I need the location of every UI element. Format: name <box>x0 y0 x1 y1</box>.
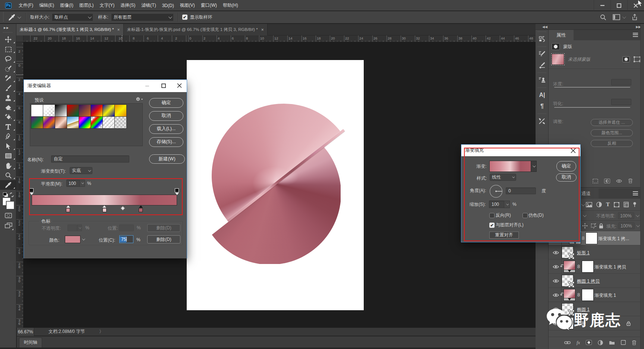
filter-shape-icon[interactable] <box>614 202 619 207</box>
filter-pin-icon[interactable] <box>633 202 637 207</box>
gradient-editor-titlebar[interactable]: 渐变编辑器 <box>24 80 187 92</box>
add-adjustment-icon[interactable] <box>598 340 603 345</box>
stop-color-swatch[interactable] <box>65 236 80 243</box>
lock-artboard-icon[interactable] <box>590 223 596 229</box>
default-colors-icon[interactable] <box>3 192 8 197</box>
vertical-ruler[interactable]: 2024681012141618202224262830323436 <box>16 42 23 328</box>
gradient-preset-orange-yellow-orange[interactable] <box>115 105 126 116</box>
tool-paint-bucket[interactable] <box>0 112 16 122</box>
maximize-button[interactable] <box>610 0 627 11</box>
layers-panel-menu-icon[interactable] <box>633 191 638 195</box>
tab-properties[interactable]: 属性 <box>549 30 574 40</box>
minimize-button[interactable] <box>594 0 610 11</box>
layer-name[interactable]: 渐变填充 1 <box>594 292 616 299</box>
tool-lasso[interactable] <box>0 54 16 64</box>
layer-mask-icon[interactable] <box>622 56 630 62</box>
add-mask-icon[interactable] <box>586 340 592 345</box>
menu-item-9[interactable]: 窗口(W) <box>198 2 220 9</box>
vector-mask-icon[interactable] <box>634 56 641 62</box>
menu-item-3[interactable]: 图层(L) <box>76 2 97 9</box>
select-and-mask-button[interactable]: 选择并遮住 ... <box>591 119 633 126</box>
close-tab-icon[interactable]: × <box>261 27 264 32</box>
menu-item-4[interactable]: 文字(Y) <box>97 2 117 9</box>
collapse-tools-icon[interactable]: ▶▶ <box>0 24 16 29</box>
invert-button[interactable]: 反相 <box>591 140 633 147</box>
search-icon[interactable] <box>600 14 606 21</box>
layer-row-1[interactable]: 矩形 1 <box>549 245 644 260</box>
menu-item-0[interactable]: 文件(F) <box>16 2 36 9</box>
layer-thumbnail[interactable] <box>564 261 575 272</box>
gradient-preset-foreground-to-background[interactable] <box>31 105 43 116</box>
dialog-close-icon[interactable] <box>172 83 187 89</box>
document-tab-2[interactable]: 未标题-1-恢复的-恢复的.psd @ 66.7% (渐变填充 1 拷贝 3, … <box>124 24 268 35</box>
swap-colors-icon[interactable] <box>9 192 14 197</box>
layer-name[interactable]: 渐变填充 1 拷贝 <box>594 264 626 270</box>
menu-item-1[interactable]: 编辑(E) <box>36 2 57 9</box>
gradient-preset-spectrum[interactable] <box>79 117 91 128</box>
lock-all-icon[interactable] <box>599 223 603 229</box>
gradient-preset-foreground-to-transparent[interactable] <box>43 105 55 116</box>
mask-visibility-eye-icon[interactable] <box>616 179 622 183</box>
gradient-preset-blue-red-yellow[interactable] <box>91 105 102 116</box>
filter-pixel-icon[interactable] <box>586 202 592 207</box>
ok-button[interactable]: 确定 <box>149 98 183 108</box>
gradient-preset-black-to-white[interactable] <box>55 105 67 116</box>
layer-mask-thumbnail[interactable] <box>586 233 597 244</box>
horizontal-ruler[interactable]: 2220181614121086420246810121416182022242… <box>23 35 536 42</box>
gradient-preset-yellow-violet-orange-blue[interactable] <box>43 117 55 128</box>
collapse-left-icon[interactable]: ◀◀ <box>542 25 547 29</box>
quick-mask-icon[interactable] <box>5 213 12 218</box>
menu-item-8[interactable]: 视图(V) <box>177 2 198 9</box>
close-tab-icon[interactable]: × <box>117 27 120 32</box>
panel-icon-character[interactable]: A| <box>536 89 549 101</box>
workspace-switcher-icon[interactable] <box>613 14 625 20</box>
layer-row-2[interactable]: 8渐变填充 1 拷贝 <box>549 260 644 274</box>
tool-type[interactable] <box>0 122 16 132</box>
stop-opacity-chevron[interactable] <box>77 224 82 231</box>
menu-item-5[interactable]: 选择(S) <box>117 2 138 9</box>
apply-mask-icon[interactable] <box>604 179 610 183</box>
tool-eraser[interactable] <box>0 103 16 112</box>
density-input[interactable] <box>611 79 631 85</box>
tool-pen[interactable] <box>0 132 16 141</box>
zoom-level-field[interactable]: 66.67% <box>17 328 34 336</box>
tool-preset-chevron-icon[interactable] <box>18 15 21 19</box>
new-group-icon[interactable] <box>609 340 615 345</box>
stop-opacity-input[interactable] <box>67 224 77 231</box>
stop-location-input[interactable] <box>119 224 134 231</box>
share-icon[interactable] <box>631 14 638 21</box>
menu-item-2[interactable]: 图像(I) <box>57 2 76 9</box>
tool-rectangle[interactable] <box>0 151 16 161</box>
feather-slider[interactable] <box>554 107 630 108</box>
filter-adjustment-icon[interactable] <box>596 202 602 207</box>
layer-mask-thumbnail[interactable] <box>582 289 593 301</box>
sample-dropdown[interactable]: 所有图层 <box>111 13 174 21</box>
density-slider[interactable] <box>554 87 630 88</box>
opacity-chevron-icon[interactable] <box>636 213 640 217</box>
panel-icon-brushes[interactable] <box>536 60 549 71</box>
gradient-preset-blue-yellow-blue[interactable] <box>103 105 114 116</box>
menu-item-7[interactable]: 3D(D) <box>159 3 177 8</box>
screen-mode-icon[interactable] <box>5 223 12 229</box>
layer-row-3[interactable]: 椭圆 1 拷贝 <box>549 274 644 288</box>
tool-eyedropper[interactable] <box>0 180 16 190</box>
gradient-type-dropdown[interactable]: 实底 <box>70 167 92 174</box>
gradient-preset-violet-to-orange[interactable] <box>79 105 91 116</box>
gradient-preset-chrome[interactable] <box>67 117 79 128</box>
background-color-swatch[interactable] <box>6 201 14 209</box>
presets-gear-icon[interactable] <box>135 97 143 102</box>
gradient-preset-red-to-green[interactable] <box>67 105 79 116</box>
load-button[interactable]: 载入(L)... <box>149 124 183 134</box>
options-grip[interactable] <box>3 12 5 22</box>
tool-clone-stamp[interactable] <box>0 93 16 103</box>
blend-mode-chevron-icon[interactable] <box>583 213 587 217</box>
cancel-button[interactable]: 取消 <box>149 111 183 121</box>
dialog-minimize-icon[interactable] <box>139 83 155 89</box>
tool-material-eyedropper[interactable] <box>0 73 16 83</box>
panel-icon-tool-presets[interactable] <box>536 116 549 127</box>
timeline-tab[interactable]: 时间轴 <box>19 337 42 348</box>
status-arrow[interactable]: 〉 <box>99 328 104 335</box>
dialog-maximize-icon[interactable] <box>155 83 172 89</box>
layer-visibility-eye-icon[interactable] <box>550 274 562 288</box>
layer-name[interactable]: 椭圆 1 拷贝 <box>577 278 600 284</box>
